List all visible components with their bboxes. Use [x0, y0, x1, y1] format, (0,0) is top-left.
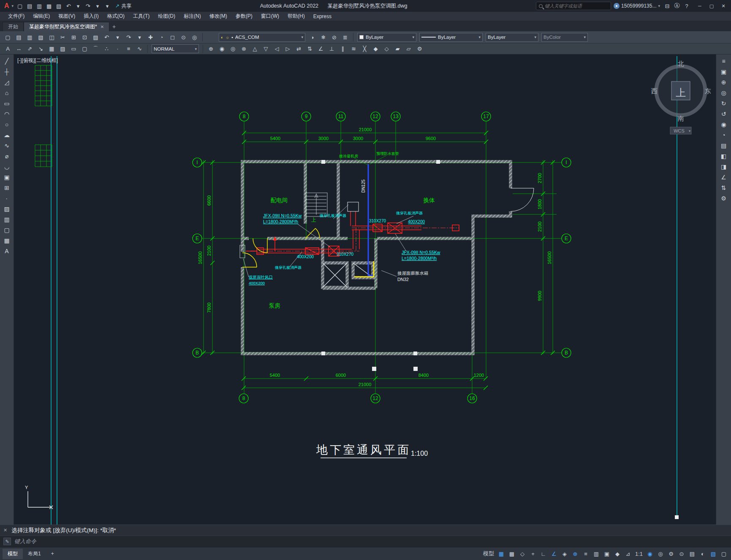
array[interactable]: ▽	[261, 44, 271, 54]
text-tool[interactable]: A	[1, 246, 12, 256]
move[interactable]: ⊕	[206, 44, 216, 54]
layer-dropdown[interactable]: ◐ ☼ ▪ ACS_COM ▾	[219, 33, 305, 42]
line-tool[interactable]: ╱	[1, 56, 12, 66]
polygon-tool[interactable]: ⌂	[1, 87, 12, 98]
orbit-tool[interactable]: ↻	[718, 98, 729, 108]
join[interactable]: ≋	[348, 44, 359, 54]
insert-block-tool[interactable]: ▣	[1, 172, 12, 182]
leader[interactable]: ↘	[35, 44, 46, 54]
revision-cloud-tool[interactable]: ☁	[1, 130, 12, 140]
qat-customize-button[interactable]: ▾	[103, 1, 112, 11]
menu-item[interactable]: 编辑(E)	[29, 12, 54, 21]
account-button[interactable]: ● 15059999135... ▾	[614, 3, 660, 9]
half-left[interactable]: ◧	[718, 151, 729, 161]
3d-osnap[interactable]: ◆	[613, 549, 622, 558]
fillet[interactable]: ⇅	[304, 44, 315, 54]
cut[interactable]: ✂	[57, 32, 68, 42]
viewport-controls[interactable]: [-][俯视][二维线框]	[17, 57, 58, 63]
mirror[interactable]: △	[250, 44, 260, 54]
showmotion[interactable]: ◔	[718, 130, 729, 140]
grid-toggle[interactable]: ▦	[497, 549, 506, 558]
settings[interactable]: ⚙	[718, 193, 729, 203]
autocad-logo-icon[interactable]: A	[2, 2, 12, 10]
menu-item[interactable]: 视图(V)	[54, 12, 79, 21]
save[interactable]: ▥	[24, 32, 35, 42]
copy[interactable]: ◉	[217, 44, 227, 54]
rewind-tool[interactable]: ↺	[718, 108, 729, 119]
spline-tool[interactable]: ∿	[1, 140, 12, 151]
app-menu-caret-icon[interactable]: ▾	[12, 4, 14, 8]
preview[interactable]: ◫	[46, 32, 57, 42]
table-tool[interactable]: ▦	[1, 235, 12, 246]
menu-item[interactable]: 绘图(D)	[154, 12, 179, 21]
hatch[interactable]: ▨	[57, 44, 68, 54]
point-tool[interactable]: ∙	[1, 193, 12, 203]
model-tab[interactable]: 模型	[3, 549, 23, 559]
table[interactable]: ▦	[46, 44, 57, 54]
annotation-visibility[interactable]: ◉	[645, 549, 655, 558]
undo[interactable]: ↶	[101, 32, 112, 42]
dynamic-input[interactable]: +	[528, 549, 538, 558]
selection-cycling[interactable]: ▣	[602, 549, 611, 558]
compass-north[interactable]: 北	[678, 60, 684, 67]
quick-properties[interactable]: ▤	[688, 549, 697, 558]
layer-freeze[interactable]: ❄	[318, 32, 329, 42]
undo-caret[interactable]: ▾	[112, 32, 123, 42]
match-properties[interactable]: ▨	[90, 32, 101, 42]
rectangle-tool[interactable]: ▭	[1, 98, 12, 108]
new-file-button[interactable]: ▢	[15, 1, 24, 11]
compass-up-face[interactable]: 上	[676, 87, 686, 98]
hatch-tool[interactable]: ▨	[1, 203, 12, 214]
model-space-button[interactable]: 模型	[482, 549, 495, 558]
erase[interactable]: ◆	[370, 44, 381, 54]
open[interactable]: ▤	[14, 32, 24, 42]
region[interactable]: ▢	[79, 44, 90, 54]
region-tool[interactable]: ▢	[1, 225, 12, 235]
graphics-performance[interactable]: ▧	[709, 549, 718, 558]
isodraft[interactable]: ◈	[560, 549, 569, 558]
minimize-button[interactable]: ─	[694, 1, 706, 11]
view-compass[interactable]: 上 北 南 西 东 WCS ▾	[651, 60, 711, 134]
command-close-icon[interactable]: ✕	[3, 528, 7, 533]
save-button[interactable]: ▥	[35, 1, 44, 11]
menu-item[interactable]: 帮助(H)	[284, 12, 309, 21]
snap-toggle[interactable]: ▩	[507, 549, 516, 558]
chamfer[interactable]: ∠	[315, 44, 326, 54]
trim[interactable]: ▷	[283, 44, 293, 54]
scale[interactable]: ⊥	[326, 44, 337, 54]
share-button[interactable]: ↗ 共享	[115, 3, 131, 10]
group[interactable]: ▰	[392, 44, 403, 54]
redo[interactable]: ↷	[123, 32, 134, 42]
color-dropdown[interactable]: ByLayer ▾	[357, 33, 416, 42]
point[interactable]: ∙	[112, 44, 123, 54]
zoom-extents[interactable]: ⊙	[178, 32, 189, 42]
steering-wheel[interactable]: ◉	[718, 119, 729, 130]
break[interactable]: ∥	[337, 44, 348, 54]
drawing-canvas[interactable]: [-][俯视][二维线框]	[14, 54, 716, 525]
viewport-grip[interactable]	[675, 515, 679, 519]
nav-menu[interactable]: ≡	[718, 56, 729, 66]
copy-clip[interactable]: ⊞	[68, 32, 79, 42]
zoom-tool[interactable]: ◎	[718, 87, 729, 98]
layout1-tab[interactable]: 布局1	[23, 549, 46, 559]
pan-tool[interactable]: ⊕	[718, 77, 729, 87]
menu-item[interactable]: 插入(I)	[80, 12, 102, 21]
circle-tool[interactable]: ○	[1, 119, 12, 130]
workspace-switch[interactable]: ⚙	[666, 549, 676, 558]
gradient-tool[interactable]: ▥	[1, 214, 12, 225]
tab-drawing[interactable]: 某超豪华别墅风冷热泵空调图* ✕	[24, 22, 109, 31]
compass-east[interactable]: 东	[705, 87, 711, 95]
extend[interactable]: ⇄	[293, 44, 304, 54]
polar-toggle[interactable]: ∠	[549, 549, 559, 558]
divide[interactable]: ∴	[101, 44, 112, 54]
command-input-hint[interactable]: 键入命令	[14, 538, 36, 545]
menu-item[interactable]: 参数(P)	[232, 12, 256, 21]
plotstyle-dropdown[interactable]: ByColor ▾	[541, 33, 588, 42]
viewcube-tool[interactable]: ▣	[718, 66, 729, 77]
compass-south[interactable]: 南	[678, 115, 684, 122]
options[interactable]: ⚙	[414, 44, 425, 54]
open-file-button[interactable]: ▤	[25, 1, 34, 11]
plot-button[interactable]: ▧	[54, 1, 63, 11]
menu-item[interactable]: 标注(N)	[180, 12, 205, 21]
arc-tool[interactable]: ◠	[1, 108, 12, 119]
